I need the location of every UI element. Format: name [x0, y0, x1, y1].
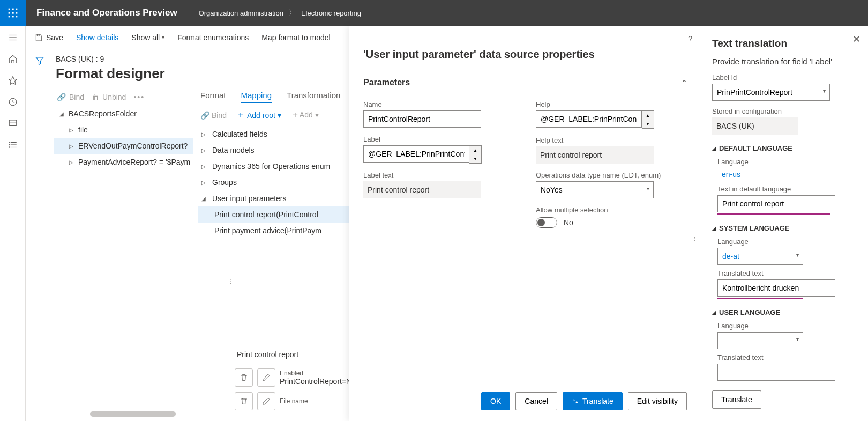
toggle-switch[interactable] [536, 217, 557, 228]
translate-label: Translate [582, 397, 613, 405]
bind-button[interactable]: 🔗 Bind [200, 111, 227, 120]
group-header-system[interactable]: ◢SYSTEM LANGUAGE [712, 224, 857, 232]
tree-node-label: BACSReportsFolder [69, 109, 137, 118]
tree-node[interactable]: ▷file [54, 122, 193, 138]
breadcrumb-item[interactable]: Electronic reporting [301, 9, 361, 17]
spin-down-button[interactable]: ▼ [469, 154, 481, 163]
tree-node[interactable]: ▷PaymentAdviceReport? = '$Paym [54, 154, 193, 170]
tree-node-label: ERVendOutPaymControlReport? [78, 142, 188, 150]
spin-up-button[interactable]: ▲ [469, 146, 481, 154]
field-label: Help text [536, 136, 687, 144]
splitter-handle[interactable]: ⫶ [693, 235, 697, 242]
add-root-label: Add root [247, 111, 275, 120]
spin-up-button[interactable]: ▲ [642, 111, 654, 120]
format-enum-button[interactable]: Format enumerations [177, 33, 249, 42]
tree-node-label: Print payment advice(PrintPaym [214, 226, 321, 235]
properties-panel: ? 'User input parameter' data source pro… [349, 26, 701, 421]
field-user-lang: Language ▾ [717, 322, 857, 349]
user-text-input[interactable] [717, 364, 835, 381]
caret-down-icon: ◢ [59, 111, 64, 117]
star-icon[interactable] [8, 75, 18, 86]
bind-button[interactable]: 🔗 Bind [57, 93, 84, 101]
breadcrumb-item[interactable]: Organization administration [199, 9, 283, 17]
more-button[interactable]: ••• [133, 93, 145, 101]
unbind-button[interactable]: 🗑 Unbind [92, 93, 126, 101]
delete-button[interactable] [235, 392, 253, 410]
help-input[interactable] [536, 110, 642, 128]
stored-config-value: BACS (UK) [712, 117, 798, 135]
plus-icon: ＋ [291, 110, 300, 119]
save-label: Save [46, 33, 63, 42]
filter-icon[interactable] [35, 56, 44, 65]
tree-node-label: file [78, 125, 88, 134]
tab-format[interactable]: Format [200, 91, 226, 103]
svg-marker-23 [36, 57, 43, 65]
svg-rect-7 [12, 16, 13, 17]
splitter-handle[interactable]: ⫶ [229, 278, 233, 285]
lang-link[interactable]: en-us [717, 168, 745, 181]
translation-panel: ✕ Text translation Provide translation f… [701, 26, 868, 421]
waffle-icon [8, 8, 18, 18]
caret-right-icon: ▷ [201, 180, 207, 186]
translate-button[interactable]: Translate [712, 390, 761, 409]
name-input[interactable] [363, 110, 481, 128]
delete-button[interactable] [235, 368, 253, 387]
hamburger-icon[interactable] [8, 32, 18, 43]
group-header-user[interactable]: ◢USER LANGUAGE [712, 308, 857, 316]
slideover: ? 'User input parameter' data source pro… [349, 26, 868, 421]
field-label: Allow multiple selection [536, 206, 687, 214]
list-icon[interactable] [8, 139, 18, 150]
add-root-button[interactable]: ＋Add root ▾ [236, 109, 281, 121]
tab-mapping[interactable]: Mapping [241, 91, 272, 103]
field-default-text: Text in default language [717, 185, 857, 215]
help-icon[interactable]: ? [688, 34, 692, 43]
tab-transform[interactable]: Transformation [287, 91, 340, 103]
highlight-underline [717, 298, 803, 299]
cancel-button[interactable]: Cancel [515, 392, 557, 410]
spin-down-button[interactable]: ▼ [642, 120, 654, 128]
svg-rect-1 [12, 9, 13, 10]
bind-label: Bind [69, 93, 84, 101]
section-header[interactable]: Parameters ⌃ [363, 72, 687, 93]
label-id-select[interactable] [712, 84, 830, 101]
waffle-button[interactable] [0, 0, 26, 26]
field-default-lang: Language en-us [717, 158, 857, 181]
chevron-down-icon: ▾ [278, 111, 281, 120]
add-button[interactable]: ＋Add ▾ [291, 109, 319, 121]
system-text-input[interactable] [717, 279, 835, 297]
svg-rect-4 [12, 12, 13, 13]
show-all-button[interactable]: Show all▾ [131, 33, 164, 42]
translate-button[interactable]: Translate [563, 392, 623, 410]
horizontal-scrollbar[interactable] [90, 411, 176, 417]
edt-select[interactable] [536, 181, 654, 198]
field-help: Help ▲▼ [536, 100, 687, 129]
module-icon[interactable] [8, 118, 18, 129]
map-format-button[interactable]: Map format to model [261, 33, 330, 42]
spinner-buttons: ▲▼ [469, 145, 482, 164]
show-details-button[interactable]: Show details [76, 33, 118, 42]
tree-node-selected[interactable]: ▷ERVendOutPaymControlReport? [54, 138, 193, 154]
tree-node-label: PaymentAdviceReport? = '$Paym [78, 158, 190, 166]
edit-button[interactable] [257, 368, 275, 387]
app-title: Finance and Operations Preview [26, 8, 188, 18]
clock-icon[interactable] [8, 97, 18, 107]
trash-icon [240, 373, 248, 382]
svg-rect-0 [9, 9, 10, 10]
edit-visibility-button[interactable]: Edit visibility [628, 392, 687, 410]
button-row: OK Cancel Translate Edit visibility [481, 392, 687, 410]
translate-icon [572, 397, 579, 405]
caret-right-icon: ▷ [69, 127, 74, 133]
home-icon[interactable] [8, 54, 18, 64]
default-text-input[interactable] [717, 195, 835, 212]
close-button[interactable]: ✕ [852, 33, 860, 45]
system-lang-select[interactable] [717, 248, 803, 265]
field-label: Language [717, 238, 857, 246]
group-header-default[interactable]: ◢DEFAULT LANGUAGE [712, 144, 857, 152]
svg-point-21 [9, 147, 10, 148]
label-input[interactable] [363, 145, 469, 163]
ok-button[interactable]: OK [481, 392, 510, 410]
save-button[interactable]: Save [34, 33, 63, 42]
user-lang-select[interactable] [717, 332, 803, 349]
tree-node[interactable]: ◢BACSReportsFolder [54, 106, 193, 122]
edit-button[interactable] [257, 392, 275, 410]
